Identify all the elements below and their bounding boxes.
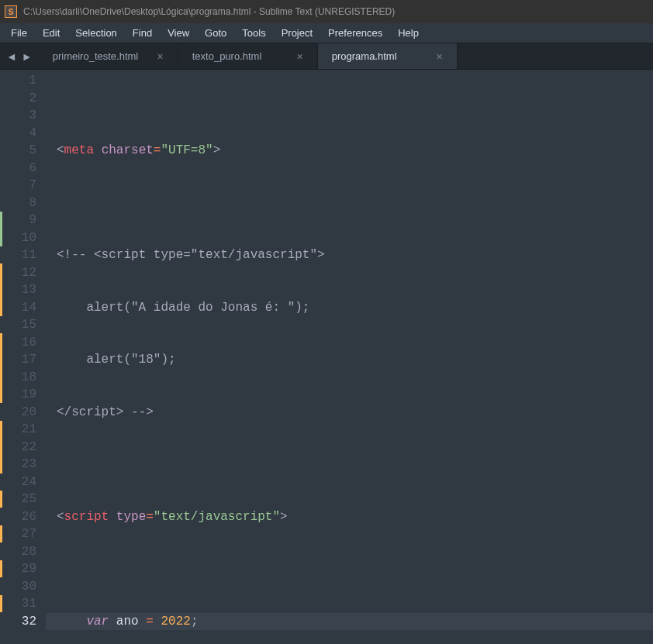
- tab-label: programa.html: [332, 50, 397, 62]
- tab-label: primeiro_teste.html: [53, 50, 139, 62]
- menu-help[interactable]: Help: [390, 25, 427, 41]
- menu-goto[interactable]: Goto: [197, 25, 234, 41]
- close-icon[interactable]: ×: [157, 50, 164, 63]
- menu-view[interactable]: View: [160, 25, 197, 41]
- menu-find[interactable]: Find: [125, 25, 160, 41]
- nav-forward-icon[interactable]: ►: [22, 50, 33, 63]
- menu-tools[interactable]: Tools: [234, 25, 273, 41]
- nav-back-icon[interactable]: ◄: [6, 50, 17, 63]
- menu-project[interactable]: Project: [274, 25, 320, 41]
- menu-file[interactable]: File: [3, 25, 35, 41]
- menu-preferences[interactable]: Preferences: [320, 25, 390, 41]
- close-icon[interactable]: ×: [437, 50, 443, 63]
- menu-bar: File Edit Selection Find View Goto Tools…: [0, 23, 653, 43]
- window-title: C:\Users\darli\OneDrive\Desktop\Lógica\p…: [23, 6, 395, 17]
- menu-edit[interactable]: Edit: [35, 25, 67, 41]
- line-number-gutter: 1 2 3 4 5 6 7 8 9 10 11 12 13 14 15 16 1…: [3, 70, 46, 644]
- close-icon[interactable]: ×: [297, 50, 303, 63]
- tab-programa[interactable]: programa.html ×: [318, 43, 458, 69]
- tab-texto-puro[interactable]: texto_puro.html ×: [178, 43, 318, 69]
- menu-selection[interactable]: Selection: [67, 25, 124, 41]
- tab-primeiro-teste[interactable]: primeiro_teste.html ×: [39, 43, 178, 69]
- nav-arrows: ◄ ►: [0, 43, 39, 69]
- tab-label: texto_puro.html: [192, 50, 262, 62]
- tab-bar: ◄ ► primeiro_teste.html × texto_puro.htm…: [0, 43, 653, 70]
- app-icon: S: [5, 5, 17, 18]
- window-title-bar: S C:\Users\darli\OneDrive\Desktop\Lógica…: [0, 0, 653, 23]
- code-area[interactable]: <meta charset="UTF=8"> <!-- <script type…: [46, 70, 653, 644]
- editor[interactable]: 1 2 3 4 5 6 7 8 9 10 11 12 13 14 15 16 1…: [0, 70, 653, 644]
